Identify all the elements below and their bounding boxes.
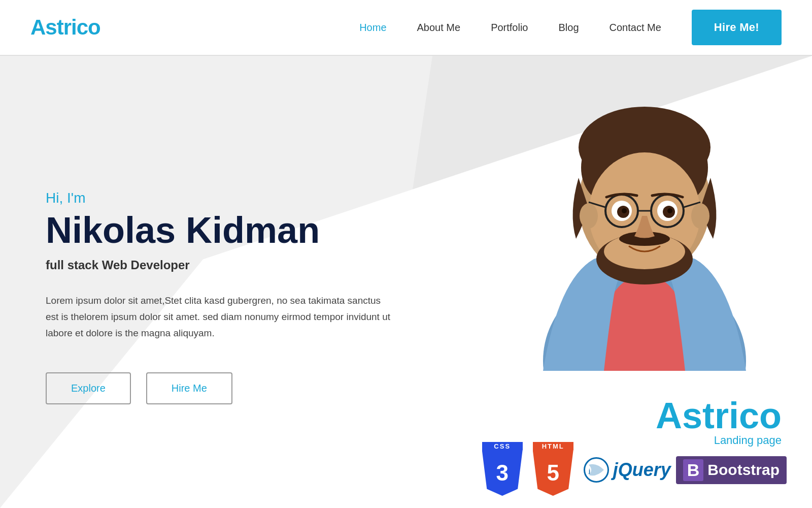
hero-name: Nikolas Kidman [46, 211, 391, 250]
svg-point-21 [667, 208, 672, 213]
hire-me-hero-button[interactable]: Hire Me [146, 372, 232, 404]
header: Astrico Home About Me Portfolio Blog Con… [0, 0, 812, 56]
svg-point-20 [622, 208, 627, 213]
hero-greeting: Hi, I'm [46, 190, 391, 206]
jquery-badge: j jQuery [584, 457, 671, 483]
hero-title: full stack Web Developer [46, 258, 391, 272]
person-illustration [518, 66, 771, 371]
css3-badge: CSS 3 [477, 442, 528, 498]
svg-text:j: j [588, 468, 590, 474]
svg-point-22 [580, 203, 598, 229]
svg-point-23 [691, 203, 709, 229]
nav-about[interactable]: About Me [417, 22, 461, 34]
nav-contact[interactable]: Contact Me [610, 22, 661, 34]
bootstrap-b-icon: B [683, 459, 704, 481]
nav-blog[interactable]: Blog [559, 22, 579, 34]
tech-badges: CSS 3 HTML 5 j jQuery [477, 442, 787, 498]
hire-me-button[interactable]: Hire Me! [692, 10, 782, 45]
nav-portfolio[interactable]: Portfolio [491, 22, 528, 34]
jquery-icon: j [584, 457, 609, 483]
watermark-title: Astrico [656, 397, 782, 434]
css-shield: 3 [482, 450, 523, 496]
hero-section: Hi, I'm Nikolas Kidman full stack Web De… [0, 56, 812, 508]
hero-buttons: Explore Hire Me [46, 372, 391, 404]
hero-description: Lorem ipsum dolor sit amet,Stet clita ka… [46, 293, 391, 342]
watermark-area: Astrico Landing page [656, 397, 782, 447]
nav-home[interactable]: Home [359, 22, 386, 34]
hero-image [518, 66, 771, 371]
html5-badge: HTML 5 [528, 442, 579, 498]
html-shield: 5 [533, 450, 573, 496]
bootstrap-text: Bootstrap [707, 461, 780, 479]
jquery-text: jQuery [613, 459, 671, 481]
hero-content: Hi, I'm Nikolas Kidman full stack Web De… [0, 160, 391, 404]
main-nav: Home About Me Portfolio Blog Contact Me … [359, 10, 782, 45]
css-label: CSS [482, 442, 523, 450]
explore-button[interactable]: Explore [46, 372, 131, 404]
html-label: HTML [533, 442, 573, 450]
bootstrap-badge: B Bootstrap [676, 456, 787, 484]
site-logo[interactable]: Astrico [30, 15, 100, 40]
